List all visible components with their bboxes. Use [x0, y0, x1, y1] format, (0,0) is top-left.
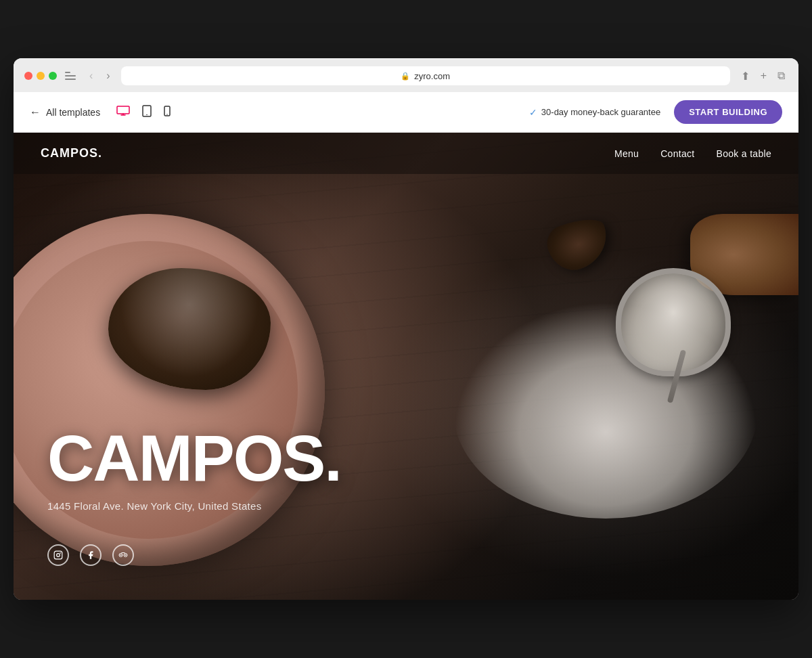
website-preview: CAMPOS. Menu Contact Book a table CAMPOS…: [14, 133, 798, 600]
browser-chrome: ‹ › 🔒 zyro.com ⬆ + ⧉: [14, 58, 798, 92]
toolbar-right: ✓ 30-day money-back guarantee START BUIL…: [529, 100, 782, 124]
tripadvisor-icon[interactable]: [112, 544, 134, 566]
back-arrow-icon: ←: [30, 106, 41, 118]
browser-titlebar: ‹ › 🔒 zyro.com ⬆ + ⧉: [24, 66, 788, 92]
new-tab-button[interactable]: +: [758, 68, 769, 83]
toolbar-left: ← All templates: [30, 102, 173, 123]
traffic-light-red[interactable]: [24, 72, 32, 80]
hero-title: CAMPOS.: [47, 426, 341, 491]
address-bar[interactable]: 🔒 zyro.com: [121, 66, 730, 85]
hero-content: CAMPOS. 1445 Floral Ave. New York City, …: [47, 426, 341, 512]
start-building-button[interactable]: START BUILDING: [674, 100, 782, 124]
nav-link-book-table[interactable]: Book a table: [717, 148, 771, 159]
back-button[interactable]: ‹: [87, 68, 95, 83]
svg-point-6: [57, 554, 60, 557]
mobile-icon[interactable]: [161, 103, 173, 122]
sidebar-toggle-icon[interactable]: [65, 72, 76, 80]
desktop-icon[interactable]: [114, 103, 133, 122]
lock-icon: 🔒: [401, 72, 410, 81]
traffic-lights: [24, 72, 57, 80]
back-to-templates-link[interactable]: ← All templates: [30, 106, 100, 118]
hero-address: 1445 Floral Ave. New York City, United S…: [47, 500, 341, 512]
svg-point-2: [146, 114, 148, 115]
site-logo: CAMPOS.: [41, 146, 102, 160]
svg-rect-0: [117, 106, 129, 114]
nav-link-menu[interactable]: Menu: [614, 148, 639, 159]
browser-actions: ⬆ + ⧉: [738, 68, 788, 84]
guarantee-badge: ✓ 30-day money-back guarantee: [529, 107, 660, 118]
social-icons: [47, 544, 134, 566]
app-toolbar: ← All templates: [14, 92, 798, 133]
sieve-bowl: [616, 268, 731, 376]
svg-point-4: [166, 114, 167, 114]
check-icon: ✓: [529, 107, 537, 118]
traffic-light-green[interactable]: [49, 72, 57, 80]
nav-link-contact[interactable]: Contact: [660, 148, 694, 159]
guarantee-text: 30-day money-back guarantee: [541, 107, 660, 117]
svg-point-10: [120, 554, 122, 556]
site-navbar: CAMPOS. Menu Contact Book a table: [14, 133, 798, 174]
tablet-icon[interactable]: [139, 102, 154, 123]
site-nav-links: Menu Contact Book a table: [614, 148, 771, 159]
svg-rect-5: [54, 551, 62, 559]
address-bar-row: 🔒 zyro.com: [121, 66, 730, 85]
share-button[interactable]: ⬆: [738, 68, 752, 84]
svg-point-7: [60, 553, 61, 554]
url-text: zyro.com: [414, 71, 450, 81]
sieve-element: [609, 255, 744, 403]
facebook-icon[interactable]: [80, 544, 102, 566]
instagram-icon[interactable]: [47, 544, 69, 566]
traffic-light-yellow[interactable]: [37, 72, 45, 80]
windows-button[interactable]: ⧉: [775, 68, 788, 83]
svg-point-11: [125, 554, 127, 556]
forward-button[interactable]: ›: [104, 68, 112, 83]
device-icons: [114, 102, 173, 123]
back-label: All templates: [46, 107, 100, 118]
browser-window: ‹ › 🔒 zyro.com ⬆ + ⧉ ← All templates: [14, 58, 798, 600]
